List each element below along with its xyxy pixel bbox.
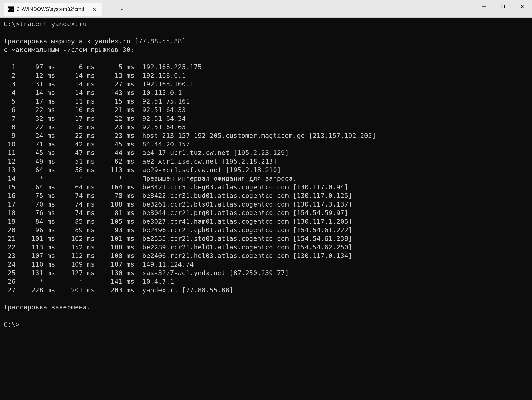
terminal-window: C:\ C:\WINDOWS\system32\cmd. <box>0 0 532 400</box>
close-icon <box>520 4 524 9</box>
new-tab-button[interactable] <box>104 4 115 15</box>
terminal-output[interactable]: C:\>tracert yandex.ru Трассировка маршру… <box>0 18 532 400</box>
tab-active[interactable]: C:\ C:\WINDOWS\system32\cmd. <box>4 3 102 16</box>
tab-title: C:\WINDOWS\system32\cmd. <box>16 6 88 12</box>
tab-dropdown-button[interactable] <box>116 4 127 15</box>
plus-icon <box>108 7 112 11</box>
window-controls <box>474 0 532 13</box>
close-window-button[interactable] <box>513 0 532 13</box>
cmd-icon: C:\ <box>8 6 14 12</box>
svg-rect-5 <box>502 5 505 8</box>
close-icon <box>92 8 96 11</box>
titlebar: C:\ C:\WINDOWS\system32\cmd. <box>0 0 532 18</box>
minimize-button[interactable] <box>474 0 494 13</box>
maximize-button[interactable] <box>494 0 513 13</box>
minimize-icon <box>482 4 486 9</box>
maximize-icon <box>501 5 505 8</box>
chevron-down-icon <box>120 8 124 10</box>
tab-close-button[interactable] <box>90 5 98 14</box>
